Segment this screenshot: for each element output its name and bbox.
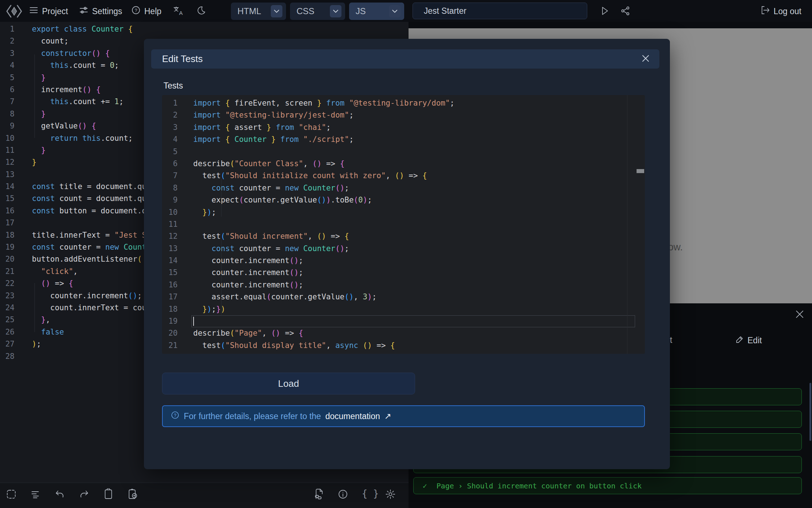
svg-text:A: A (179, 10, 183, 16)
editor-bottom-bar: { } (0, 483, 409, 508)
tests-code-editor[interactable]: 1import { fireEvent, screen } from "@tes… (162, 95, 645, 354)
help-menu-label: Help (144, 7, 161, 16)
code-line: 9 expect(counter.getValue()).toBe(0); (162, 194, 645, 206)
pencil-icon (736, 335, 744, 345)
tab-css-label: CSS (297, 6, 314, 16)
project-menu[interactable]: Project (29, 5, 68, 17)
modal-header: Edit Tests (151, 49, 659, 69)
results-scrollbar[interactable] (809, 383, 811, 441)
current-line-highlight (191, 315, 635, 327)
code-line: 7 test("Should initialize count with zer… (162, 170, 645, 182)
chevron-down-icon[interactable] (330, 5, 341, 17)
code-line: 14 counter.increment(); (162, 255, 645, 267)
code-line: 8 const counter = new Counter(); (162, 182, 645, 194)
tests-section-label: Tests (163, 81, 183, 91)
tab-js[interactable]: JS (349, 3, 404, 20)
logout-label: Log out (774, 7, 801, 16)
translate-icon[interactable]: A (173, 6, 184, 17)
settings-menu-label: Settings (92, 7, 122, 16)
svg-text:?: ? (134, 8, 137, 13)
format-code-icon[interactable] (30, 489, 41, 501)
modal-title: Edit Tests (162, 53, 203, 65)
chevron-down-icon[interactable] (389, 5, 401, 17)
indent-guide (34, 54, 35, 138)
app-logo (6, 4, 22, 20)
test-result-row: ✓Page › Should increment counter on butt… (413, 477, 802, 494)
gear-icon[interactable] (385, 489, 395, 501)
load-button-label: Load (278, 378, 299, 389)
selection-icon[interactable] (6, 489, 16, 501)
hamburger-icon (29, 5, 38, 17)
close-results-icon[interactable] (795, 310, 804, 320)
tab-js-label: JS (356, 6, 366, 16)
test-result-text: Page › Should increment counter on butto… (436, 482, 642, 490)
app-window: Project Settings ? Help A HTML (0, 0, 812, 508)
top-toolbar: Project Settings ? Help A HTML (0, 0, 812, 22)
code-line: 2import "@testing-library/jest-dom"; (162, 109, 645, 121)
tab-html[interactable]: HTML (231, 3, 286, 20)
braces-icon[interactable]: { } (362, 488, 379, 499)
code-line: 1export class Counter { (0, 23, 409, 35)
close-modal-icon[interactable] (641, 54, 650, 64)
external-link-arrow-icon: ↗ (384, 411, 391, 421)
svg-text:?: ? (174, 413, 177, 418)
edit-tests-modal: Edit Tests Tests 1import { fireEvent, sc… (144, 39, 670, 469)
code-line: 18 });}) (162, 303, 645, 315)
logout-icon (761, 5, 770, 17)
question-circle-icon: ? (131, 5, 141, 17)
code-line: 21 test("Should display title", async ()… (162, 340, 645, 352)
code-line: 17 assert.equal(counter.getValue(), 3); (162, 291, 645, 303)
settings-menu[interactable]: Settings (79, 5, 122, 17)
code-line: 3import { assert } from "chai"; (162, 122, 645, 134)
help-menu[interactable]: ? Help (131, 5, 161, 17)
sliders-icon (79, 5, 88, 17)
results-partial-label: t (670, 335, 672, 345)
run-button[interactable] (600, 6, 609, 17)
tests-editor-scrollbar[interactable] (627, 95, 636, 354)
check-icon: ✓ (423, 482, 427, 490)
project-menu-label: Project (42, 7, 68, 16)
code-line: 12 test("Should increment", () => { (162, 230, 645, 242)
code-line: 16 counter.increment(); (162, 279, 645, 291)
share-icon[interactable] (621, 6, 630, 17)
tests-editor-scrollbar-thumb[interactable] (637, 169, 644, 173)
code-line: 15 counter.increment(); (162, 267, 645, 279)
code-line: 1import { fireEvent, screen } from "@tes… (162, 97, 645, 109)
documentation-link[interactable]: documentation (325, 411, 380, 421)
code-line: 4import { Counter } from "./script"; (162, 134, 645, 146)
code-line: 13 const counter = new Counter(); (162, 243, 645, 255)
tab-html-label: HTML (237, 6, 261, 16)
indent-guide (221, 179, 221, 217)
preview-partial-text: ow. (668, 242, 683, 253)
file-link-icon[interactable] (314, 488, 324, 501)
info-icon[interactable] (338, 489, 348, 501)
code-line: 5 (162, 146, 645, 158)
edit-label: Edit (747, 336, 762, 345)
dark-mode-moon-icon[interactable] (196, 6, 206, 17)
redo-icon[interactable] (79, 489, 89, 501)
tab-css[interactable]: CSS (290, 3, 345, 20)
paste-icon[interactable] (128, 488, 138, 501)
indent-guide (221, 240, 221, 315)
indent-guide (34, 283, 35, 332)
question-circle-icon: ? (171, 411, 179, 422)
clipboard-icon[interactable] (103, 488, 113, 501)
code-line: 6describe("Counter Class", () => { (162, 158, 645, 170)
project-title-input[interactable]: Jest Starter (413, 3, 587, 19)
load-button[interactable]: Load (162, 373, 415, 394)
edit-tests-button[interactable]: Edit (736, 335, 762, 345)
project-title-value: Jest Starter (424, 6, 467, 16)
docs-note-text: For further details, please refer to the (184, 411, 321, 421)
documentation-note: ? For further details, please refer to t… (162, 405, 645, 427)
code-line: 20describe("Page", () => { (162, 327, 645, 339)
chevron-down-icon[interactable] (271, 5, 282, 17)
code-line: 11 (162, 218, 645, 230)
text-caret (193, 317, 194, 326)
undo-icon[interactable] (55, 489, 65, 501)
code-line: 10 }); (162, 206, 645, 218)
logout-button[interactable]: Log out (761, 5, 801, 17)
